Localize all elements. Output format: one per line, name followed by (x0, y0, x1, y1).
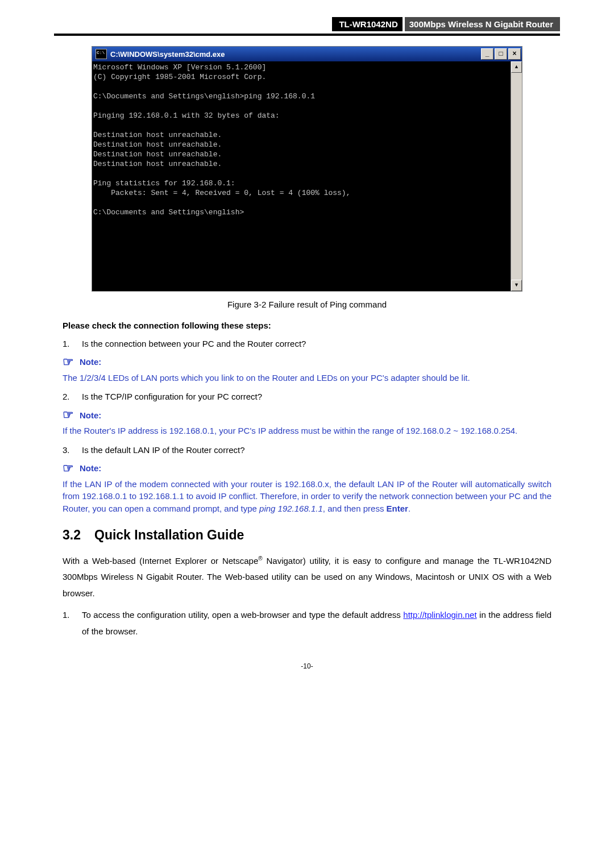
note-1-text: The 1/2/3/4 LEDs of LAN ports which you … (63, 372, 551, 384)
tplink-login-link[interactable]: http://tplinklogin.net (403, 610, 476, 620)
section-title: Quick Installation Guide (94, 528, 244, 543)
step-text: Is the TCP/IP configuration for your PC … (82, 391, 551, 403)
section-heading: 3.2 Quick Installation Guide (63, 528, 551, 543)
step-text: Is the connection between your PC and th… (82, 338, 551, 350)
pointing-hand-icon: ☞ (63, 462, 74, 475)
registered-mark: ® (258, 555, 262, 562)
cmd-window: C:\WINDOWS\system32\cmd.exe _ □ × Micros… (92, 46, 522, 292)
intro-paragraph: With a Web-based (Internet Explorer or N… (63, 553, 551, 602)
cmd-output: Microsoft Windows XP [Version 5.1.2600] … (92, 61, 511, 291)
maximize-button[interactable]: □ (495, 48, 507, 60)
step-number: 1. (63, 607, 82, 639)
note-3-part-c: . (408, 504, 410, 513)
note-label: ☞ Note: (63, 356, 551, 368)
step-3: 3. Is the default LAN IP of the Router c… (63, 444, 551, 456)
note-label: ☞ Note: (63, 409, 551, 421)
note-label-text: Note: (80, 410, 101, 420)
note-3-text: If the LAN IP of the modem connected wit… (63, 478, 551, 515)
model-description: 300Mbps Wireless N Gigabit Router (405, 17, 560, 31)
cmd-title-text: C:\WINDOWS\system32\cmd.exe (110, 50, 481, 59)
intro-a: With a Web-based (Internet Explorer or N… (63, 556, 258, 566)
scroll-down-button[interactable]: ▼ (511, 280, 522, 291)
step-number: 3. (63, 444, 82, 456)
step-2: 2. Is the TCP/IP configuration for your … (63, 391, 551, 403)
cmd-icon (96, 49, 107, 59)
header-rule (54, 34, 560, 36)
check-heading: Please check the connection following th… (63, 319, 551, 332)
scroll-track[interactable] (511, 73, 522, 280)
step-number: 2. (63, 391, 82, 403)
pointing-hand-icon: ☞ (63, 409, 74, 421)
cmd-titlebar: C:\WINDOWS\system32\cmd.exe _ □ × (92, 47, 522, 61)
minimize-button[interactable]: _ (481, 48, 493, 60)
step-text: To access the configuration utility, ope… (82, 607, 551, 639)
page-number: -10- (0, 662, 614, 670)
note-label-text: Note: (80, 357, 101, 367)
figure-caption: Figure 3-2 Failure result of Ping comman… (63, 300, 551, 309)
model-badge: TL-WR1042ND (332, 17, 404, 31)
note-2-text: If the Router's IP address is 192.168.0.… (63, 425, 551, 437)
note-label: ☞ Note: (63, 462, 551, 475)
doc-header: TL-WR1042ND 300Mbps Wireless N Gigabit R… (54, 17, 560, 31)
step-1: 1. Is the connection between your PC and… (63, 338, 551, 350)
note-3-enter: Enter (387, 504, 408, 513)
scroll-up-button[interactable]: ▲ (511, 61, 522, 73)
note-3-ping-cmd: ping 192.168.1.1 (259, 504, 323, 513)
step-number: 1. (63, 338, 82, 350)
step-text: Is the default LAN IP of the Router corr… (82, 444, 551, 456)
close-button[interactable]: × (508, 48, 521, 60)
note-3-part-b: , and then press (323, 504, 387, 513)
access-text-a: To access the configuration utility, ope… (82, 610, 403, 620)
scrollbar[interactable]: ▲ ▼ (511, 61, 522, 291)
access-step-1: 1. To access the configuration utility, … (63, 607, 551, 639)
pointing-hand-icon: ☞ (63, 356, 74, 368)
note-label-text: Note: (80, 463, 101, 473)
section-number: 3.2 (63, 528, 94, 543)
